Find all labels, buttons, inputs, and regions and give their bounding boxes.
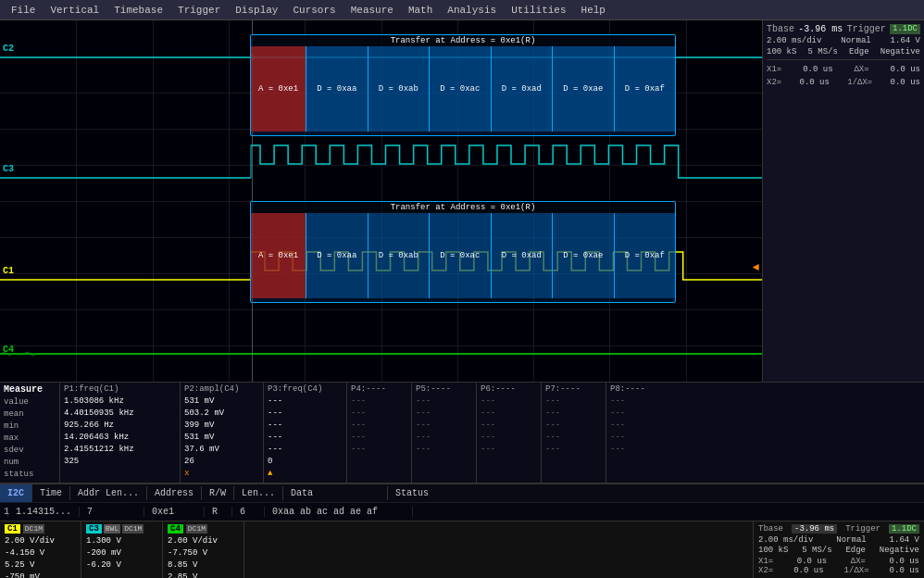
p7-label: P7:---- — [545, 384, 602, 394]
sample-ms-2: 5 MS/s — [802, 546, 831, 555]
c3-values: 1.300 V -200 mV -6.20 V — [86, 535, 157, 572]
p7-values: --------------- — [545, 396, 602, 456]
i2c-col-rw: R/W — [202, 486, 234, 500]
menu-item-display[interactable]: Display — [228, 3, 285, 18]
i2c-col-time: Time — [32, 486, 70, 500]
trigger-amplitude: 1.64 V — [891, 36, 920, 45]
time-div-2: 2.00 ms/div — [758, 535, 813, 545]
menu-item-timebase[interactable]: Timebase — [106, 3, 170, 18]
p1-label: P1:freq(C1) — [64, 384, 176, 394]
trigger-edge: Edge — [849, 47, 869, 57]
i2c-row-time: 1.14315... — [8, 507, 80, 517]
trigger-val-2: 1.1DC — [889, 524, 919, 534]
tbase-label: Tbase — [767, 24, 794, 34]
x1-label-2: X1= — [758, 557, 773, 566]
trigger-mode: Normal — [841, 36, 870, 45]
p8-values: --------------- — [610, 396, 668, 456]
menu-item-vertical[interactable]: Vertical — [43, 3, 106, 18]
p2-values: 531 mV 503.2 mV 399 mV 531 mV 37.6 mV 26… — [184, 396, 259, 480]
ch4-info-block: C4 DC1M 2.00 V/div -7.750 V 8.85 V 2.85 … — [163, 521, 244, 578]
p4-values: --------------- — [351, 396, 407, 456]
ch-label-c1: C1 — [3, 266, 14, 276]
c1-values: 2.00 V/div -4.150 V 5.25 V -750 mV Δy-6.… — [5, 535, 76, 578]
i2c-row-len: 6 — [232, 507, 265, 517]
p8-label: P8:---- — [610, 384, 668, 394]
measure-bar: Measure value mean min max sdev num stat… — [0, 382, 924, 484]
menu-item-cursors[interactable]: Cursors — [285, 3, 343, 18]
measure-title: Measure — [4, 384, 56, 395]
ch3-info-block: C3 BWL DC1M 1.300 V -200 mV -6.20 V — [81, 521, 163, 578]
right-panel: Tbase -3.96 ms Trigger 1.1DC 2.00 ms/div… — [762, 20, 924, 382]
decode-header-bottom: Transfer at Address = 0xe1(R) — [251, 202, 675, 213]
p2-label: P2:ampl(C4) — [184, 384, 259, 394]
menu-item-measure[interactable]: Measure — [343, 3, 401, 18]
i2c-col-addrlen: Addr Len... — [70, 486, 147, 500]
menu-item-analysis[interactable]: Analysis — [440, 3, 504, 18]
decode-cell-d5-top: D = 0xaf — [615, 46, 676, 132]
menu-item-help[interactable]: Help — [574, 3, 613, 18]
c4-badge: C4 — [168, 524, 183, 534]
x1-label: X1= — [767, 63, 781, 76]
c3-badge: C3 — [86, 524, 102, 534]
decode-cell-addr-top: A = 0xe1 — [251, 46, 306, 132]
x2-label-2: X2= — [758, 566, 773, 575]
c1-dc-badge: DC1M — [23, 524, 44, 534]
i2c-row-addrlen: 7 — [80, 507, 144, 517]
ch-label-c3: C3 — [3, 164, 14, 174]
decode-cell-d1-top: D = 0xab — [368, 46, 431, 132]
p4-label: P4:---- — [351, 384, 407, 394]
decode-cell-d4-top: D = 0xae — [553, 46, 615, 132]
i2c-data-row[interactable]: 1 1.14315... 7 0xe1 R 6 0xaa ab ac ad ae… — [0, 502, 924, 521]
dx-val-2: 0.0 us — [890, 557, 919, 566]
c4-dc-badge: DC1M — [186, 524, 207, 534]
inv-dx-label: 1/ΔX= — [847, 76, 872, 89]
decode-cell-d2-bottom: D = 0xac — [430, 213, 492, 298]
sample-ms: 5 MS/s — [808, 47, 838, 57]
p6-values: --------------- — [481, 396, 537, 456]
decode-cell-addr-bottom: A = 0xe1 — [251, 213, 306, 298]
sample-rate: 100 kS — [767, 47, 796, 57]
x2-val-2: 0.0 us — [793, 566, 823, 575]
i2c-label: I2C — [0, 484, 32, 502]
c4-values: 2.00 V/div -7.750 V 8.85 V 2.85 V Δy-6.0… — [168, 535, 239, 578]
timebase-block: Tbase -3.96 ms Trigger 1.1DC 2.00 ms/div… — [753, 521, 924, 578]
menu-item-file[interactable]: File — [4, 3, 43, 18]
x1-value: 0.0 us — [803, 63, 832, 76]
decode-overlay-bottom: Transfer at Address = 0xe1(R) A = 0xe1 D… — [250, 201, 676, 303]
decode-cell-d0-top: D = 0xaa — [306, 46, 368, 132]
ch-info-bar: C1 DC1M 2.00 V/div -4.150 V 5.25 V -750 … — [0, 521, 924, 578]
trigger-amp-2: 1.64 V — [890, 535, 919, 545]
inv-dx-value: 0.0 us — [891, 76, 920, 89]
i2c-row-data: 0xaa ab ac ad ae af — [265, 507, 413, 517]
tbase-val-2: -3.96 ms — [792, 524, 837, 534]
p5-label: P5:---- — [416, 384, 472, 394]
inv-dx-label-2: 1/ΔX= — [844, 566, 869, 575]
decode-cell-d3-bottom: D = 0xad — [492, 213, 554, 298]
c1-badge: C1 — [5, 524, 20, 534]
inv-dx-val-2: 0.0 us — [890, 566, 919, 575]
menu-bar: File Vertical Timebase Trigger Display C… — [0, 0, 924, 20]
menu-item-utilities[interactable]: Utilities — [504, 3, 573, 18]
menu-item-trigger[interactable]: Trigger — [170, 3, 228, 18]
menu-item-math[interactable]: Math — [401, 3, 440, 18]
i2c-row-rw: R — [205, 507, 232, 517]
decode-cell-d1-bottom: D = 0xab — [368, 213, 431, 298]
time-div-value: 2.00 ms/div — [767, 36, 821, 45]
i2c-col-data: Data — [283, 486, 388, 500]
i2c-row-num: 1 — [0, 507, 8, 517]
i2c-table-header: I2C Time Addr Len... Address R/W Len... … — [0, 484, 924, 502]
dx-label-2: ΔX= — [851, 557, 866, 566]
ch1-info-block: C1 DC1M 2.00 V/div -4.150 V 5.25 V -750 … — [0, 521, 81, 578]
trigger-label: Trigger — [847, 24, 886, 34]
edge-2: Edge — [845, 546, 866, 555]
ch-label-c4: C4 — [3, 345, 14, 355]
decode-header-top: Transfer at Address = 0xe1(R) — [251, 35, 675, 46]
x2-value: 0.0 us — [800, 76, 830, 89]
x1-val-2: 0.0 us — [797, 557, 827, 566]
tbase-label-2: Tbase — [758, 524, 783, 534]
decode-overlay-top: Transfer at Address = 0xe1(R) A = 0xe1 D… — [250, 34, 676, 136]
p6-label: P6:---- — [481, 384, 537, 394]
i2c-col-len: Len... — [234, 486, 283, 500]
i2c-col-status: Status — [388, 486, 436, 500]
trigger-badge: 1.1DC — [890, 24, 920, 34]
